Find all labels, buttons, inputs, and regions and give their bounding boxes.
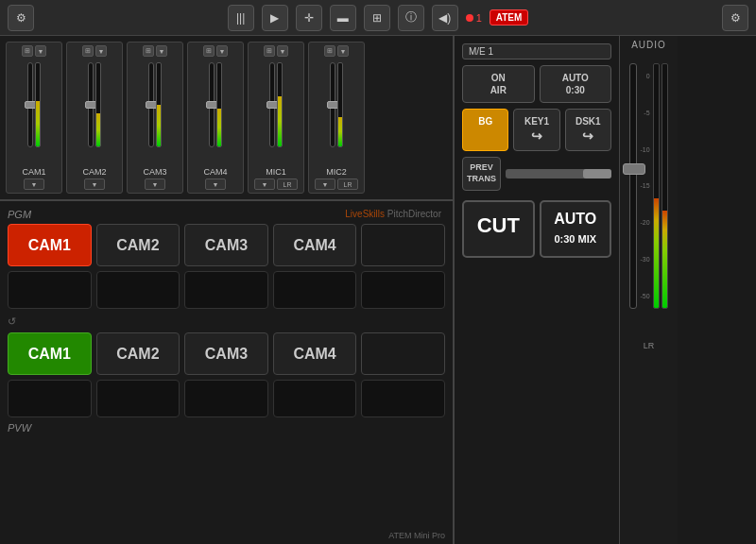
mixer-channels: ⊞ ▼ CAM1 ▼ <box>6 42 447 194</box>
ch-icon-1[interactable]: ⊞ <box>22 45 33 57</box>
pvw-empty-1[interactable] <box>8 380 92 417</box>
info-button[interactable]: ⓘ <box>398 5 424 31</box>
record-button[interactable]: ▬ <box>330 5 356 31</box>
slider-thumb[interactable] <box>583 169 611 178</box>
ch-icon-2[interactable]: ▼ <box>216 45 228 57</box>
key1-symbol-icon: ↪ <box>531 128 542 144</box>
pvw-cam3-button[interactable]: CAM3 <box>184 332 268 375</box>
pvw-extra-button[interactable] <box>361 332 445 375</box>
ch-icon-1[interactable]: ⊞ <box>143 45 154 57</box>
master-fader-handle[interactable] <box>623 163 645 175</box>
prev-trans-button[interactable]: PREVTRANS <box>462 157 501 190</box>
channel-bottom: ▼ <box>205 178 226 190</box>
ch-icon-1[interactable]: ⊞ <box>82 45 94 57</box>
pgm-empty-3[interactable] <box>184 271 268 309</box>
pgm-empty-4[interactable] <box>273 271 357 309</box>
cut-auto-row: CUT AUTO0:30 MIX <box>462 200 611 259</box>
channel-top-icons: ⊞ ▼ <box>82 45 107 57</box>
master-right-fill <box>662 211 667 308</box>
pgm-cam4-button[interactable]: CAM4 <box>273 224 357 266</box>
channel-label: CAM1 <box>22 167 45 177</box>
move-button[interactable]: ✛ <box>296 5 322 31</box>
ch-mute-btn[interactable]: ▼ <box>205 178 226 190</box>
ch-icon-2[interactable]: ▼ <box>35 45 46 57</box>
record-icon: ▬ <box>337 11 349 25</box>
ch-icon-1[interactable]: ⊞ <box>264 45 275 57</box>
atem-watermark: ATEM Mini Pro <box>388 531 445 540</box>
grid-button[interactable]: ⊞ <box>364 5 390 31</box>
level-meter <box>35 62 41 147</box>
ch-lr-btn[interactable]: LR <box>277 178 298 190</box>
audio-mixer: ⊞ ▼ CAM1 ▼ <box>0 36 453 201</box>
fader-track[interactable] <box>88 62 94 147</box>
pgm-cam2-button[interactable]: CAM2 <box>96 224 180 266</box>
ch-mute-btn[interactable]: ▼ <box>315 178 335 190</box>
fader-track[interactable] <box>269 62 275 147</box>
ch-icon-2[interactable]: ▼ <box>337 45 349 57</box>
channel-cam3: ⊞ ▼ CAM3 ▼ <box>127 42 183 194</box>
ch-lr-btn[interactable]: LR <box>337 178 358 190</box>
auto-top-button[interactable]: AUTO0:30 <box>540 65 612 103</box>
ch-mute-btn[interactable]: ▼ <box>24 178 44 190</box>
pvw-empty-5[interactable] <box>361 380 445 417</box>
channel-label: CAM3 <box>143 167 166 177</box>
pvw-bus-row: CAM1 CAM2 CAM3 CAM4 <box>8 332 445 375</box>
pvw-cam1-button[interactable]: CAM1 <box>8 332 92 375</box>
pgm-cam1-button[interactable]: CAM1 <box>8 224 92 266</box>
pgm-cam3-button[interactable]: CAM3 <box>184 224 268 266</box>
level-meter <box>337 62 343 147</box>
fader-area <box>9 59 60 165</box>
pvw-empty-2[interactable] <box>96 380 180 417</box>
auto-big-button[interactable]: AUTO0:30 MIX <box>540 200 612 259</box>
ch-icon-1[interactable]: ⊞ <box>203 45 215 57</box>
ch-icon-2[interactable]: ▼ <box>277 45 288 57</box>
dsk1-symbol-icon: ↪ <box>582 128 593 144</box>
pvw-empty-3[interactable] <box>184 380 268 417</box>
channel-top-icons: ⊞ ▼ <box>22 45 46 57</box>
ch-mute-btn[interactable]: ▼ <box>84 178 105 190</box>
audio-in-icon: ◀) <box>438 11 451 25</box>
switcher-panel: LiveSkills PitchDirector PGM CAM1 CAM2 C… <box>0 201 453 544</box>
pvw-cam2-button[interactable]: CAM2 <box>96 332 180 375</box>
fader-track[interactable] <box>209 62 215 147</box>
play-button[interactable]: ▶ <box>262 5 288 31</box>
level-meter <box>156 62 162 147</box>
ch-mute-btn[interactable]: ▼ <box>145 178 165 190</box>
channel-label: MIC2 <box>326 167 347 177</box>
prev-trans-row: PREVTRANS <box>462 157 611 190</box>
left-panel: ⊞ ▼ CAM1 ▼ <box>0 36 454 544</box>
audio-master-panel: AUDIO 0 -5 -10 -15 -20 -30 -50 <box>619 36 678 544</box>
pvw-cam4-button[interactable]: CAM4 <box>273 332 357 375</box>
on-air-button[interactable]: ONAIR <box>462 65 535 103</box>
atem-badge[interactable]: ATEM <box>490 9 529 26</box>
cut-button[interactable]: CUT <box>462 200 535 259</box>
gear-left-icon: ⚙ <box>16 11 26 25</box>
key1-button[interactable]: KEY1↪ <box>513 109 559 151</box>
ch-icon-2[interactable]: ▼ <box>156 45 167 57</box>
settings-left-button[interactable]: ⚙ <box>8 5 34 31</box>
dsk1-button[interactable]: DSK1↪ <box>565 109 611 151</box>
transition-slider[interactable] <box>506 169 611 178</box>
fader-track[interactable] <box>27 62 33 147</box>
fader-area <box>69 59 120 165</box>
master-fader-track[interactable] <box>629 63 637 309</box>
pgm-extra-button[interactable] <box>361 224 445 266</box>
ch-icon-2[interactable]: ▼ <box>95 45 107 57</box>
ch-mute-btn[interactable]: ▼ <box>254 178 275 190</box>
pitchdirector-text: PitchDirector <box>387 209 441 219</box>
mixer-icon-button[interactable]: ||| <box>228 5 254 31</box>
pvw-empty-4[interactable] <box>273 380 357 417</box>
scale-15: -15 <box>640 182 649 189</box>
settings-right-button[interactable]: ⚙ <box>722 5 748 31</box>
ch-icon-1[interactable]: ⊞ <box>324 45 335 57</box>
pgm-empty-1[interactable] <box>8 271 92 309</box>
pgm-empty-5[interactable] <box>361 271 445 309</box>
fader-track[interactable] <box>148 62 154 147</box>
fader-area <box>129 59 180 165</box>
audio-in-button[interactable]: ◀) <box>432 5 458 31</box>
pgm-empty-2[interactable] <box>96 271 180 309</box>
fader-area <box>311 59 362 165</box>
bg-button[interactable]: BG <box>462 109 508 151</box>
fader-track[interactable] <box>330 62 335 147</box>
rec-count: 1 <box>476 12 482 24</box>
